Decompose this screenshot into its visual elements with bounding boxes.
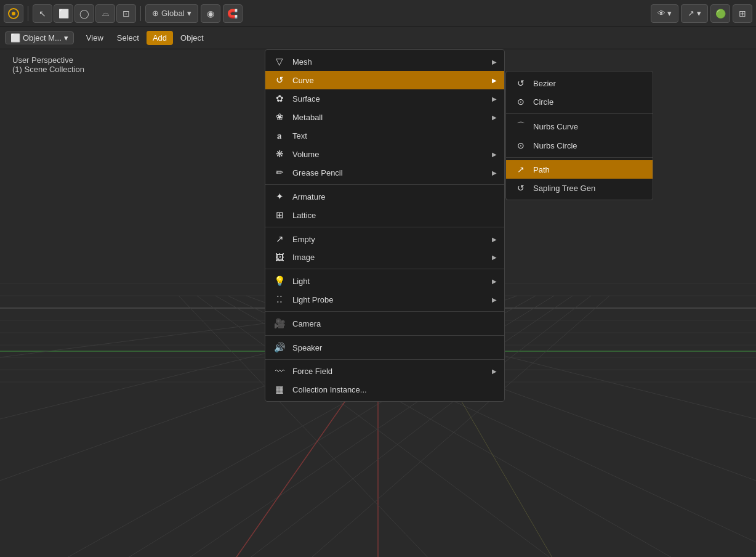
viewport-shading-btn[interactable]: 👁 ▾ (651, 4, 679, 23)
menu-item-curve[interactable]: ↺ Curve ▶ ↺ Bezier ⊙ Circle ⌒ Nurbs Curv… (265, 71, 504, 89)
tweak-btn[interactable]: ⊡ (116, 4, 136, 23)
submenu-sep-2 (506, 157, 653, 158)
menu-item-metaball[interactable]: ❀ Metaball ▶ (265, 108, 504, 126)
menu-select[interactable]: Select (111, 31, 145, 45)
nurbs-circle-label: Nurbs Circle (533, 141, 644, 150)
editor-type-btn[interactable]: ↗ ▾ (681, 4, 708, 23)
camera-label: Camera (292, 319, 497, 328)
volume-label: Volume (292, 150, 486, 159)
add-menu: ▽ Mesh ▶ ↺ Curve ▶ ↺ Bezier ⊙ Circle ⌒ N… (265, 49, 505, 402)
menu-item-mesh[interactable]: ▽ Mesh ▶ (265, 52, 504, 71)
menu-item-lattice[interactable]: ⊞ Lattice (265, 206, 504, 224)
menu-item-volume[interactable]: ❋ Volume ▶ (265, 145, 504, 163)
snap-btn[interactable]: 🧲 (223, 4, 243, 23)
text-label: Text (292, 131, 497, 140)
light-arrow: ▶ (492, 278, 497, 285)
snap-icon: ⊕ (152, 9, 159, 18)
submenu-item-path[interactable]: ↗ Path (506, 160, 653, 179)
menu-item-grease-pencil[interactable]: ✏ Grease Pencil ▶ (265, 163, 504, 182)
submenu-item-nurbs-circle[interactable]: ⊙ Nurbs Circle (506, 136, 653, 155)
gizmo-btn[interactable]: ⊞ (733, 4, 752, 23)
volume-icon: ❋ (273, 148, 286, 160)
global-btn[interactable]: ⊕ Global ▾ (145, 4, 198, 23)
lattice-icon: ⊞ (273, 209, 286, 221)
submenu-sep-1 (506, 113, 653, 114)
empty-icon: ↗ (273, 234, 286, 245)
mode-buttons: ↖ ⬜ ◯ ⌓ ⊡ (33, 4, 136, 23)
menu-item-force-field[interactable]: 〰 Force Field ▶ (265, 362, 504, 380)
curve-submenu: ↺ Bezier ⊙ Circle ⌒ Nurbs Curve ⊙ Nurbs … (505, 71, 653, 200)
light-probe-arrow: ▶ (492, 296, 497, 303)
chevron-down-icon: ▾ (187, 9, 191, 18)
speaker-label: Speaker (292, 343, 497, 352)
nurbs-curve-label: Nurbs Curve (533, 122, 644, 131)
menu-item-armature[interactable]: ✦ Armature (265, 187, 504, 206)
light-probe-icon: ⁚⁚ (273, 294, 286, 305)
curve-label: Curve (292, 76, 486, 85)
speaker-icon: 🔊 (273, 342, 286, 353)
sep-1 (265, 184, 504, 185)
divider-1 (28, 6, 28, 21)
menu-object[interactable]: Object (174, 31, 210, 45)
divider-2 (140, 6, 141, 21)
menu-item-empty[interactable]: ↗ Empty ▶ (265, 230, 504, 248)
empty-label: Empty (292, 235, 486, 244)
submenu-item-circle[interactable]: ⊙ Circle (506, 92, 653, 111)
cursor-tool-btn[interactable]: ↖ (33, 4, 52, 23)
light-probe-label: Light Probe (292, 295, 486, 304)
mesh-arrow: ▶ (492, 59, 497, 65)
path-icon: ↗ (515, 165, 527, 174)
select-box-btn[interactable]: ⬜ (54, 4, 73, 23)
submenu-item-sapling[interactable]: ↺ Sapling Tree Gen (506, 179, 653, 197)
workspace-dropdown[interactable]: ⬜ Object M... ▾ (5, 31, 74, 44)
menu-view[interactable]: View (80, 31, 110, 45)
surface-icon: ✿ (273, 93, 286, 104)
curve-icon: ↺ (273, 75, 286, 86)
light-icon: 💡 (273, 275, 286, 287)
overlay-btn[interactable]: 🟢 (710, 4, 730, 23)
menu-item-light[interactable]: 💡 Light ▶ (265, 272, 504, 290)
submenu-item-bezier[interactable]: ↺ Bezier (506, 74, 653, 92)
sep-5 (265, 335, 504, 336)
submenu-item-nurbs-curve[interactable]: ⌒ Nurbs Curve (506, 116, 653, 136)
proportional-edit-btn[interactable]: ◉ (201, 4, 220, 23)
surface-label: Surface (292, 94, 486, 104)
lattice-label: Lattice (292, 211, 497, 220)
surface-arrow: ▶ (492, 96, 497, 102)
mesh-label: Mesh (292, 57, 486, 67)
nurbs-curve-icon: ⌒ (515, 121, 527, 132)
grease-pencil-label: Grease Pencil (292, 168, 486, 177)
nurbs-circle-icon: ⊙ (515, 140, 527, 150)
force-field-label: Force Field (292, 367, 486, 376)
workspace-chevron: ▾ (64, 33, 68, 43)
mesh-icon: ▽ (273, 56, 286, 67)
sapling-icon: ↺ (515, 183, 527, 193)
grease-pencil-icon: ✏ (273, 167, 286, 178)
volume-arrow: ▶ (492, 151, 497, 158)
select-circle-btn[interactable]: ◯ (74, 4, 94, 23)
menu-item-image[interactable]: 🖼 Image ▶ (265, 248, 504, 266)
menu-item-text[interactable]: 𝐚 Text (265, 126, 504, 145)
path-label: Path (533, 165, 644, 174)
menu-item-light-probe[interactable]: ⁚⁚ Light Probe ▶ (265, 290, 504, 309)
menu-bar: ⬜ Object M... ▾ View Select Add Object (0, 27, 756, 49)
sep-4 (265, 311, 504, 312)
image-icon: 🖼 (273, 252, 286, 262)
menu-item-camera[interactable]: 🎥 Camera (265, 314, 504, 333)
metaball-icon: ❀ (273, 112, 286, 123)
force-field-arrow: ▶ (492, 368, 497, 375)
menu-item-speaker[interactable]: 🔊 Speaker (265, 338, 504, 357)
workspace-icon: ⬜ (10, 33, 20, 43)
select-lasso-btn[interactable]: ⌓ (95, 4, 115, 23)
menu-item-collection-instance[interactable]: ▦ Collection Instance... (265, 380, 504, 399)
image-arrow: ▶ (492, 254, 497, 261)
blender-icon-btn[interactable] (4, 4, 23, 23)
menu-item-surface[interactable]: ✿ Surface ▶ (265, 89, 504, 108)
menu-add[interactable]: Add (147, 31, 173, 45)
top-toolbar: ↖ ⬜ ◯ ⌓ ⊡ ⊕ Global ▾ ◉ 🧲 👁 ▾ ↗ ▾ 🟢 ⊞ (0, 0, 756, 27)
workspace-label: Object M... (23, 33, 62, 43)
circle-icon: ⊙ (515, 97, 527, 107)
collection-instance-icon: ▦ (273, 384, 286, 395)
metaball-arrow: ▶ (492, 114, 497, 121)
sep-3 (265, 269, 504, 269)
